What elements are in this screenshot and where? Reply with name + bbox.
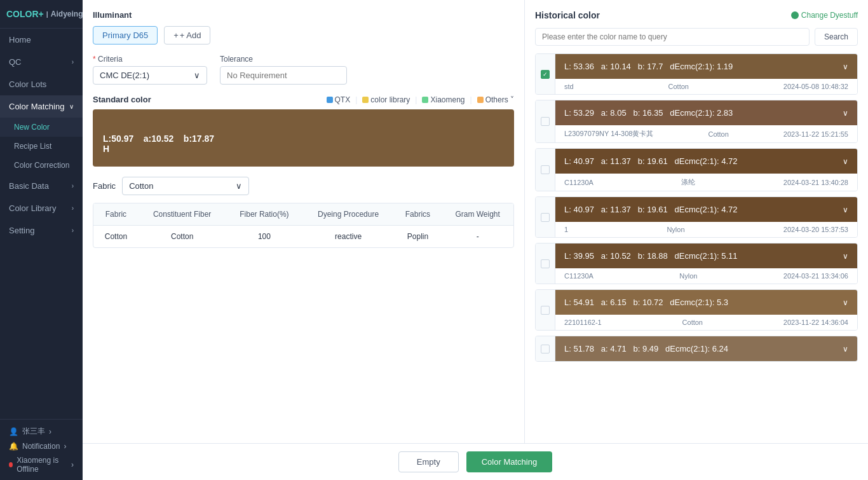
card-footer-3: C11230A 涤纶 2024-03-21 13:40:28 — [555, 174, 857, 191]
empty-button[interactable]: Empty — [398, 451, 459, 472]
card-header-7: L: 51.78 a: 4.71 b: 9.49 dEcmc(2:1): 6.2… — [555, 336, 857, 361]
historical-title: Historical color — [535, 10, 600, 20]
sidebar-user[interactable]: 👤 张三丰 › — [9, 426, 74, 437]
right-panel-header: Historical color Change Dyestuff — [535, 10, 858, 20]
illuminant-row: Primary D65 + + Add — [93, 26, 514, 45]
color-card-7: L: 51.78 a: 4.71 b: 9.49 dEcmc(2:1): 6.2… — [535, 336, 858, 362]
chevron-right-icon: › — [64, 442, 66, 451]
color-library-dot — [362, 97, 369, 103]
change-dyestuff-button[interactable]: Change Dyestuff — [791, 11, 858, 20]
cell-dyeing: reactive — [302, 226, 393, 248]
card-checkbox-1[interactable]: ✓ — [541, 70, 550, 79]
color-card-4: L: 40.97 a: 11.37 b: 19.61 dEcmc(2:1): 4… — [535, 196, 858, 238]
cell-fabrics: Poplin — [394, 226, 442, 248]
card-checkbox-6[interactable] — [541, 306, 550, 315]
color-values: L:50.97 a:10.52 b:17.87 H — [103, 134, 214, 154]
color-search-input[interactable] — [535, 28, 810, 46]
tag-others[interactable]: Others ˅ — [477, 95, 514, 104]
sidebar: COLOR+ | Aidyeing Home QC › Color Lots C… — [0, 0, 83, 480]
card-values-2: L: 53.29 a: 8.05 b: 16.35 dEcmc(2:1): 2.… — [564, 108, 733, 118]
main-area: Illuminant Primary D65 + + Add * Criteri… — [83, 0, 868, 480]
color-matching-button[interactable]: Color Matching — [466, 451, 552, 472]
bottom-bar: Empty Color Matching — [83, 443, 868, 480]
sidebar-nav: Home QC › Color Lots Color Matching ∨ Ne… — [0, 29, 83, 419]
bell-icon: 🔔 — [9, 442, 18, 451]
search-button[interactable]: Search — [815, 28, 858, 46]
sidebar-item-basic-data[interactable]: Basic Data › — [0, 175, 83, 197]
card-checkbox-5[interactable] — [541, 259, 550, 268]
search-row: Search — [535, 28, 858, 46]
logo-brand: COLOR+ — [6, 9, 44, 19]
card-header-3: L: 40.97 a: 11.37 b: 19.61 dEcmc(2:1): 4… — [555, 149, 857, 174]
sidebar-item-color-matching[interactable]: Color Matching ∨ — [0, 95, 83, 118]
col-constituent-fiber: Constituent Fiber — [139, 203, 226, 226]
chevron-down-icon: ∨ — [843, 298, 848, 307]
chevron-down-icon: ∨ — [236, 181, 242, 191]
card-values-4: L: 40.97 a: 11.37 b: 19.61 dEcmc(2:1): 4… — [564, 205, 738, 214]
plus-icon: + — [173, 31, 179, 40]
user-icon: 👤 — [9, 427, 18, 436]
color-card-3: L: 40.97 a: 11.37 b: 19.61 dEcmc(2:1): 4… — [535, 148, 858, 191]
card-values-5: L: 39.95 a: 10.52 b: 18.88 dEcmc(2:1): 5… — [564, 251, 738, 261]
chevron-down-icon: › — [72, 58, 74, 65]
card-checkbox-7[interactable] — [541, 345, 550, 353]
sidebar-item-color-library[interactable]: Color Library › — [0, 197, 83, 219]
color-card-5: L: 39.95 a: 10.52 b: 18.88 dEcmc(2:1): 5… — [535, 243, 858, 284]
criteria-select[interactable]: CMC DE(2:1) ∨ — [93, 66, 207, 85]
sidebar-notification[interactable]: 🔔 Notification › — [9, 442, 74, 451]
sidebar-item-color-correction[interactable]: Color Correction — [0, 156, 83, 175]
sidebar-item-qc[interactable]: QC › — [0, 51, 83, 73]
chevron-right-icon: › — [49, 427, 51, 436]
color-tags: QTX | color library | Xiaomeng | Others … — [327, 95, 514, 104]
tolerance-input[interactable] — [220, 66, 347, 85]
tag-qtx[interactable]: QTX — [327, 95, 351, 104]
card-footer-1: std Cotton 2024-05-08 10:48:32 — [555, 79, 857, 94]
card-values-7: L: 51.78 a: 4.71 b: 9.49 dEcmc(2:1): 6.2… — [564, 344, 728, 353]
sidebar-item-home[interactable]: Home — [0, 29, 83, 51]
chevron-right-icon: › — [71, 460, 74, 469]
color-card-6: L: 54.91 a: 6.15 b: 10.72 dEcmc(2:1): 5.… — [535, 289, 858, 331]
fabric-row: Fabric Cotton ∨ — [93, 177, 514, 195]
left-panel: Illuminant Primary D65 + + Add * Criteri… — [83, 0, 525, 480]
chevron-down-icon: ∨ — [843, 252, 848, 261]
sidebar-logo: COLOR+ | Aidyeing — [0, 0, 83, 29]
tag-xiaomeng[interactable]: Xiaomeng — [422, 95, 465, 104]
fabric-select[interactable]: Cotton ∨ — [122, 177, 249, 195]
criteria-label: * Criteria — [93, 55, 207, 64]
sidebar-item-recipe-list[interactable]: Recipe List — [0, 137, 83, 156]
color-card-2: L: 53.29 a: 8.05 b: 16.35 dEcmc(2:1): 2.… — [535, 100, 858, 143]
col-fabric: Fabric — [93, 203, 139, 226]
chevron-down-icon: ∨ — [843, 62, 848, 71]
logo-text: COLOR+ | Aidyeing — [6, 9, 76, 19]
chevron-down-icon: ∨ — [843, 205, 848, 214]
card-footer-6: 22101162-1 Cotton 2023-11-22 14:36:04 — [555, 315, 857, 330]
cell-fabric: Cotton — [93, 226, 139, 248]
sidebar-footer: 👤 张三丰 › 🔔 Notification › Xiaomeng is Off… — [0, 419, 83, 480]
cell-weight: - — [442, 226, 513, 248]
color-card-1: ✓ L: 53.36 a: 10.14 b: 17.7 dEcmc(2:1): … — [535, 53, 858, 95]
card-checkbox-3[interactable] — [541, 165, 550, 174]
sidebar-item-new-color[interactable]: New Color — [0, 118, 83, 137]
add-illuminant-button[interactable]: + + Add — [164, 26, 210, 45]
card-header-5: L: 39.95 a: 10.52 b: 18.88 dEcmc(2:1): 5… — [555, 243, 857, 268]
circle-icon — [791, 11, 799, 19]
tag-color-library[interactable]: color library — [362, 95, 410, 104]
sidebar-offline[interactable]: Xiaomeng is Offline › — [9, 456, 74, 474]
offline-status-dot — [9, 462, 13, 467]
card-footer-5: C11230A Nylon 2024-03-21 13:34:06 — [555, 268, 857, 284]
col-dyeing-procedure: Dyeing Procedure — [302, 203, 393, 226]
primary-d65-button[interactable]: Primary D65 — [93, 26, 158, 45]
color-cards-list: ✓ L: 53.36 a: 10.14 b: 17.7 dEcmc(2:1): … — [535, 53, 858, 362]
card-checkbox-2[interactable] — [541, 117, 550, 126]
sidebar-item-setting[interactable]: Setting › — [0, 219, 83, 242]
card-checkbox-4[interactable] — [541, 213, 550, 222]
card-values-1: L: 53.36 a: 10.14 b: 17.7 dEcmc(2:1): 1.… — [564, 62, 733, 71]
sidebar-item-color-lots[interactable]: Color Lots — [0, 73, 83, 95]
fabric-table: Fabric Constituent Fiber Fiber Ratio(%) … — [93, 203, 514, 248]
criteria-row: * Criteria CMC DE(2:1) ∨ Tolerance — [93, 55, 514, 85]
card-footer-2: L23097079NY 14-308黄卡其 Cotton 2023-11-22 … — [555, 125, 857, 142]
chevron-down-icon: ∨ — [69, 103, 74, 110]
card-header-4: L: 40.97 a: 11.37 b: 19.61 dEcmc(2:1): 4… — [555, 197, 857, 222]
xiaomeng-dot — [422, 97, 428, 103]
card-header-6: L: 54.91 a: 6.15 b: 10.72 dEcmc(2:1): 5.… — [555, 290, 857, 315]
